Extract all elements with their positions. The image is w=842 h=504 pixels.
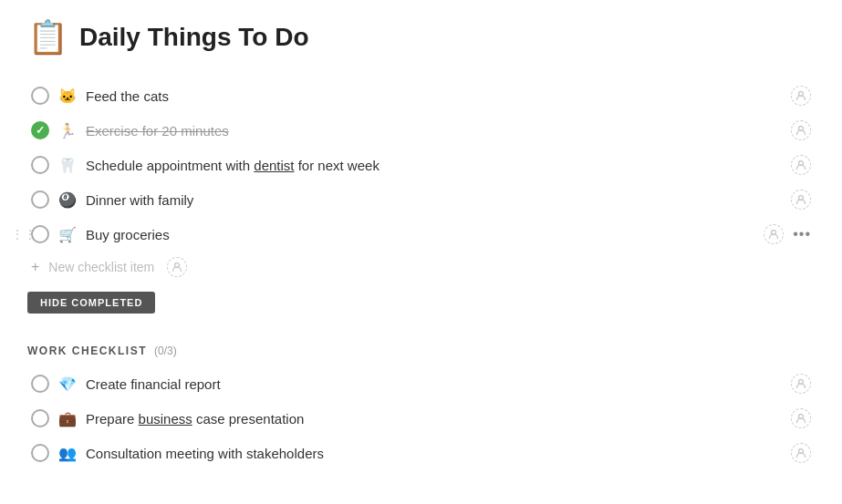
page-header: 📋 Daily Things To Do bbox=[27, 18, 815, 57]
hide-completed-button[interactable]: HIDE COMPLETED bbox=[27, 292, 155, 314]
list-item: ⋮⋮ 🛒 Buy groceries ••• bbox=[27, 217, 815, 252]
item-emoji: 🎱 bbox=[58, 191, 77, 209]
item-text-consultation: Consultation meeting with stakeholders bbox=[86, 446, 782, 461]
list-item: 💼 Prepare business case presentation bbox=[27, 401, 815, 436]
item-text-exercise: Exercise for 20 minutes bbox=[86, 123, 782, 139]
work-checklist-section: WORK CHECKLIST (0/3) 💎 Create financial … bbox=[27, 345, 815, 470]
list-item: 💎 Create financial report bbox=[27, 366, 815, 401]
assign-icon-financial-report[interactable] bbox=[791, 374, 811, 394]
checkbox-exercise[interactable] bbox=[31, 121, 49, 139]
item-text-feed-cats: Feed the cats bbox=[86, 88, 782, 104]
checkbox-feed-cats[interactable] bbox=[31, 87, 49, 105]
page-title: Daily Things To Do bbox=[79, 23, 308, 52]
plus-icon: + bbox=[31, 259, 39, 275]
list-item: 🦷 Schedule appointment with dentist for … bbox=[27, 148, 815, 182]
new-item-label: New checklist item bbox=[48, 260, 154, 274]
assign-icon-dentist[interactable] bbox=[791, 155, 811, 175]
item-emoji: 👥 bbox=[58, 445, 77, 462]
list-item: 🏃 Exercise for 20 minutes bbox=[27, 113, 815, 148]
list-item: 🎱 Dinner with family bbox=[27, 182, 815, 217]
checkbox-dentist[interactable] bbox=[31, 156, 49, 174]
list-item: 🐱 Feed the cats bbox=[27, 78, 815, 113]
item-emoji: 🛒 bbox=[58, 226, 77, 243]
checkbox-business-presentation[interactable] bbox=[31, 409, 49, 427]
item-text-dentist: Schedule appointment with dentist for ne… bbox=[86, 158, 782, 173]
assign-icon-exercise[interactable] bbox=[791, 120, 811, 140]
more-options-icon[interactable]: ••• bbox=[793, 226, 811, 242]
new-item-row[interactable]: + New checklist item bbox=[27, 252, 815, 283]
drag-handle-icon[interactable]: ⋮⋮ bbox=[11, 227, 36, 242]
main-checklist: 🐱 Feed the cats 🏃 Exercise for 20 minute… bbox=[27, 78, 815, 330]
dentist-link[interactable]: dentist bbox=[254, 158, 294, 173]
item-text-groceries: Buy groceries bbox=[86, 227, 754, 242]
item-emoji: 💎 bbox=[58, 375, 77, 393]
checkbox-consultation[interactable] bbox=[31, 444, 49, 462]
assign-icon-new[interactable] bbox=[167, 257, 187, 277]
item-emoji: 🐱 bbox=[58, 87, 77, 105]
section-count: (0/3) bbox=[154, 345, 177, 357]
item-emoji: 🏃 bbox=[58, 122, 77, 139]
assign-icon-business-presentation[interactable] bbox=[791, 408, 811, 428]
checkbox-financial-report[interactable] bbox=[31, 375, 49, 393]
assign-icon-feed-cats[interactable] bbox=[791, 86, 811, 106]
list-item: 👥 Consultation meeting with stakeholders bbox=[27, 436, 815, 470]
assign-icon-groceries[interactable] bbox=[764, 224, 784, 244]
business-link[interactable]: business bbox=[139, 411, 192, 427]
item-emoji: 💼 bbox=[58, 410, 77, 427]
item-text-financial-report: Create financial report bbox=[86, 376, 782, 392]
checkbox-dinner[interactable] bbox=[31, 190, 49, 209]
item-text-business-presentation: Prepare business case presentation bbox=[86, 411, 782, 427]
section-header: WORK CHECKLIST (0/3) bbox=[27, 345, 815, 357]
item-emoji: 🦷 bbox=[58, 157, 77, 174]
assign-icon-dinner[interactable] bbox=[791, 190, 811, 210]
page-title-icon: 📋 bbox=[27, 18, 68, 57]
assign-icon-consultation[interactable] bbox=[791, 443, 811, 463]
item-text-dinner: Dinner with family bbox=[86, 192, 782, 208]
section-title: WORK CHECKLIST bbox=[27, 345, 147, 357]
